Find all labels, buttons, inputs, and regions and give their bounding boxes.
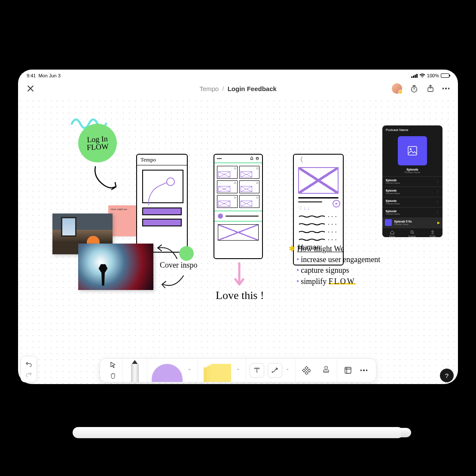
play-icon: ▶ xyxy=(437,221,440,225)
tab-profile: Profile xyxy=(430,230,436,237)
how-might-we-note[interactable]: ✱ How might We •increase user engagement… xyxy=(289,244,380,287)
widgets-tool[interactable] xyxy=(299,363,314,378)
avatar[interactable] xyxy=(392,83,402,94)
chevron-up-icon[interactable]: ⌃ xyxy=(236,368,242,373)
hand-tool[interactable] xyxy=(107,371,119,381)
status-bar: 9:41 Mon Jun 3 100% xyxy=(18,70,458,79)
tab-explore: Explore xyxy=(409,230,416,237)
screen: 9:41 Mon Jun 3 100% Tempo / Login Feedba… xyxy=(18,70,458,384)
podcast-cover xyxy=(398,136,427,165)
arrow-icon xyxy=(91,165,121,192)
toolbar-container: ⌃ ⌃ ⌃ ? xyxy=(12,358,464,382)
breadcrumb-current: Login Feedback xyxy=(228,85,277,92)
svg-point-4 xyxy=(410,148,412,150)
svg-point-6 xyxy=(432,231,433,232)
status-time: 9:41 xyxy=(27,73,36,78)
shape-tool[interactable] xyxy=(151,358,183,382)
chevron-up-icon[interactable]: ⌃ xyxy=(188,368,194,373)
wireframe-button xyxy=(142,219,182,226)
frame-tool[interactable] xyxy=(341,363,355,378)
love-this-note[interactable]: Love this ! xyxy=(216,289,264,302)
ipad-frame: 9:41 Mon Jun 3 100% Tempo / Login Feedba… xyxy=(12,64,464,390)
navbar: Tempo / Login Feedback xyxy=(18,79,458,98)
play-icon: ▶ xyxy=(333,200,340,207)
svg-point-7 xyxy=(272,372,273,373)
breadcrumb[interactable]: Tempo / Login Feedback xyxy=(113,85,363,92)
main-toolbar: ⌃ ⌃ ⌃ xyxy=(100,358,377,382)
text-tool[interactable] xyxy=(250,363,264,378)
wireframe-image-placeholder xyxy=(142,170,183,203)
close-icon[interactable] xyxy=(27,85,34,92)
wifi-icon xyxy=(419,73,425,78)
share-icon[interactable] xyxy=(426,84,435,93)
svg-rect-11 xyxy=(305,372,308,375)
svg-rect-3 xyxy=(408,146,417,155)
sticky-note-pink[interactable]: How might we... xyxy=(108,205,139,236)
wireframe-login[interactable]: Tempo xyxy=(136,154,188,253)
more-tools-icon[interactable] xyxy=(360,369,368,371)
arrow-icon xyxy=(160,274,186,291)
apple-pencil xyxy=(73,427,403,438)
pencil-tool[interactable] xyxy=(126,358,143,382)
redo-button[interactable] xyxy=(21,369,37,379)
chevron-up-icon[interactable]: ⌃ xyxy=(286,368,292,373)
sticky-note-tool[interactable] xyxy=(201,358,232,382)
connector-tool[interactable] xyxy=(268,363,282,378)
timer-icon[interactable] xyxy=(410,84,418,93)
home-indicator[interactable] xyxy=(195,386,281,388)
svg-rect-12 xyxy=(345,367,351,373)
battery-percent: 100% xyxy=(427,73,439,78)
cellular-icon xyxy=(411,74,418,78)
podcast-mockup[interactable]: Podcast Name Episode Podcast Name Episod… xyxy=(382,125,442,237)
wireframe-grid[interactable]: 〰 xyxy=(214,154,263,259)
cover-inspo-note[interactable]: Cover inspo xyxy=(160,261,198,270)
svg-rect-9 xyxy=(302,369,305,372)
stamp-tool[interactable] xyxy=(319,363,333,378)
more-icon[interactable] xyxy=(442,88,450,89)
undo-redo-panel xyxy=(21,356,37,382)
tab-home: Home xyxy=(389,230,395,237)
undo-button[interactable] xyxy=(21,359,37,369)
arrow-icon xyxy=(156,241,179,261)
wireframe-button xyxy=(142,207,182,215)
breadcrumb-parent: Tempo xyxy=(199,85,219,92)
battery-icon xyxy=(441,73,449,78)
svg-rect-8 xyxy=(305,366,308,369)
inspo-photo-2[interactable] xyxy=(78,244,153,290)
select-tool[interactable] xyxy=(107,360,119,370)
pink-arrow-icon xyxy=(233,261,246,289)
svg-rect-10 xyxy=(308,369,311,372)
green-marker[interactable] xyxy=(179,246,194,261)
help-button[interactable]: ? xyxy=(440,369,454,382)
status-date: Mon Jun 3 xyxy=(38,73,60,78)
